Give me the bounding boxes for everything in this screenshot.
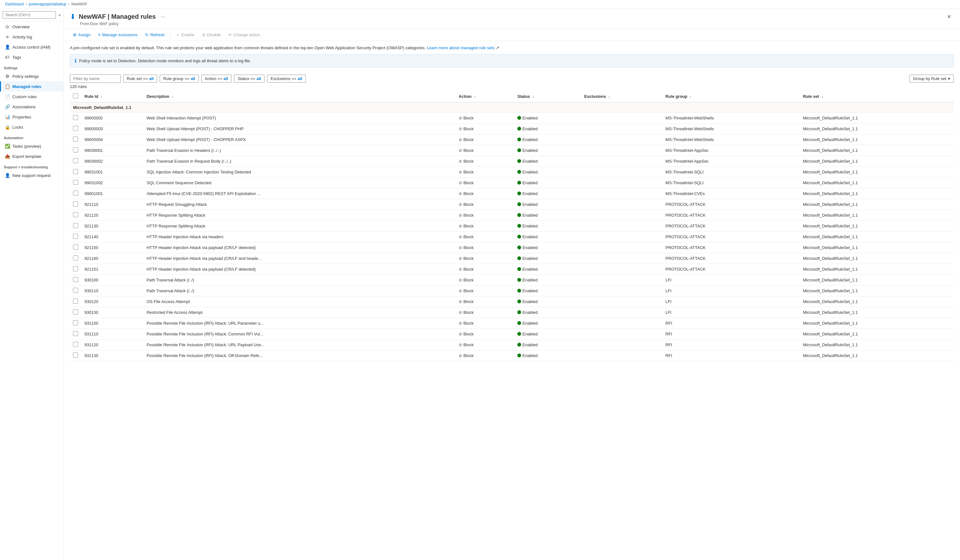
row-checkbox-cell[interactable] <box>70 177 81 188</box>
row-checkbox[interactable] <box>73 234 78 239</box>
row-checkbox[interactable] <box>73 309 78 314</box>
learn-more-link[interactable]: Learn more about managed rule sets <box>427 45 494 50</box>
row-checkbox-cell[interactable] <box>70 188 81 199</box>
exclusions-filter[interactable]: Exclusions == all <box>267 75 306 83</box>
disable-button[interactable]: ⊘ Disable <box>199 31 224 39</box>
table-row[interactable]: 921140 HTTP Header Injection Attack via … <box>70 231 954 242</box>
select-all-header[interactable] <box>70 91 81 102</box>
row-checkbox[interactable] <box>73 255 78 261</box>
row-checkbox-cell[interactable] <box>70 318 81 328</box>
row-checkbox-cell[interactable] <box>70 350 81 361</box>
table-row[interactable]: 99031001 SQL Injection Attack: Common In… <box>70 166 954 177</box>
row-checkbox[interactable] <box>73 190 78 196</box>
search-input[interactable] <box>3 11 56 19</box>
row-checkbox[interactable] <box>73 353 78 358</box>
row-checkbox[interactable] <box>73 245 78 250</box>
sidebar-item-access-control[interactable]: 👤 Access control (IAM) <box>0 42 63 52</box>
row-checkbox-cell[interactable] <box>70 285 81 296</box>
manage-exclusions-button[interactable]: ≡ Manage exclusions <box>95 31 141 39</box>
table-row[interactable]: 99030001 Path Traversal Evasion in Heade… <box>70 145 954 156</box>
row-checkbox[interactable] <box>73 288 78 293</box>
table-row[interactable]: 921160 HTTP Header Injection Attack via … <box>70 253 954 264</box>
row-checkbox-cell[interactable] <box>70 274 81 285</box>
filter-by-name-input[interactable] <box>70 74 121 83</box>
row-checkbox-cell[interactable] <box>70 296 81 307</box>
change-action-button[interactable]: ✏ Change action <box>225 31 263 39</box>
sidebar-item-tags[interactable]: 🏷 Tags <box>0 52 63 62</box>
sidebar-item-tasks[interactable]: ✅ Tasks (preview) <box>0 141 63 151</box>
row-checkbox-cell[interactable] <box>70 134 81 145</box>
rule-set-header[interactable]: Rule set ↕ <box>800 91 954 102</box>
ellipsis-button[interactable]: ··· <box>159 13 167 20</box>
table-wrapper[interactable]: Rule Id ↕ Description ↕ Action ↕ Statu <box>64 91 960 560</box>
row-checkbox[interactable] <box>73 223 78 228</box>
table-row[interactable]: 930120 OS File Access Attempt ⊘ Block En… <box>70 296 954 307</box>
row-checkbox[interactable] <box>73 137 78 142</box>
select-all-checkbox[interactable] <box>73 93 78 98</box>
breadcrumb-dashboard[interactable]: Dashboard <box>5 2 24 6</box>
row-checkbox-cell[interactable] <box>70 166 81 177</box>
status-header[interactable]: Status ↕ <box>514 91 581 102</box>
table-row[interactable]: 930100 Path Traversal Attack (/../) ⊘ Bl… <box>70 274 954 285</box>
table-row[interactable]: 99031002 SQL Comment Sequence Detected. … <box>70 177 954 188</box>
table-row[interactable]: 921150 HTTP Header Injection Attack via … <box>70 242 954 253</box>
sidebar-item-export-template[interactable]: 📤 Export template <box>0 151 63 162</box>
table-row[interactable]: 930110 Path Traversal Attack (/../) ⊘ Bl… <box>70 285 954 296</box>
enable-button[interactable]: ✓ Enable <box>173 31 197 39</box>
rule-group-header[interactable]: Rule group ↕ <box>662 91 800 102</box>
row-checkbox-cell[interactable] <box>70 199 81 210</box>
sidebar-item-policy-settings[interactable]: ⚙ Policy settings <box>0 71 63 81</box>
table-row[interactable]: 921130 HTTP Response Splitting Attack ⊘ … <box>70 221 954 231</box>
row-checkbox-cell[interactable] <box>70 112 81 123</box>
close-button[interactable]: ✕ <box>944 13 954 21</box>
row-checkbox[interactable] <box>73 126 78 131</box>
table-row[interactable]: 930130 Restricted File Access Attempt ⊘ … <box>70 307 954 318</box>
table-row[interactable]: 931130 Possible Remote File Inclusion (R… <box>70 350 954 361</box>
row-checkbox[interactable] <box>73 147 78 152</box>
table-row[interactable]: 921110 HTTP Request Smuggling Attack ⊘ B… <box>70 199 954 210</box>
row-checkbox[interactable] <box>73 342 78 347</box>
table-row[interactable]: 99005004 Web Shell Upload Attempt (POST)… <box>70 134 954 145</box>
row-checkbox-cell[interactable] <box>70 221 81 231</box>
row-checkbox-cell[interactable] <box>70 210 81 221</box>
table-row[interactable]: 931120 Possible Remote File Inclusion (R… <box>70 339 954 350</box>
description-header[interactable]: Description ↕ <box>144 91 456 102</box>
rule-id-header[interactable]: Rule Id ↕ <box>81 91 144 102</box>
sidebar-item-locks[interactable]: 🔒 Locks <box>0 122 63 132</box>
table-row[interactable]: 921120 HTTP Response Splitting Attack ⊘ … <box>70 210 954 221</box>
row-checkbox[interactable] <box>73 180 78 185</box>
row-checkbox-cell[interactable] <box>70 156 81 166</box>
sidebar-item-managed-rules[interactable]: 📋 Managed rules <box>0 81 63 91</box>
row-checkbox-cell[interactable] <box>70 123 81 134</box>
row-checkbox[interactable] <box>73 331 78 336</box>
row-checkbox[interactable] <box>73 115 78 120</box>
row-checkbox[interactable] <box>73 277 78 282</box>
table-row[interactable]: 99005003 Web Shell Upload Attempt (POST)… <box>70 123 954 134</box>
table-row[interactable]: 99005002 Web Shell Interaction Attempt (… <box>70 112 954 123</box>
row-checkbox[interactable] <box>73 212 78 217</box>
rule-set-filter[interactable]: Rule set == all <box>123 75 157 83</box>
row-checkbox[interactable] <box>73 266 78 271</box>
table-row[interactable]: 931100 Possible Remote File Inclusion (R… <box>70 318 954 328</box>
sidebar-collapse-button[interactable]: « <box>57 12 62 18</box>
exclusions-header[interactable]: Exclusions ↕ <box>581 91 662 102</box>
row-checkbox-cell[interactable] <box>70 328 81 339</box>
row-checkbox-cell[interactable] <box>70 253 81 264</box>
assign-button[interactable]: ⊞ Assign <box>70 31 94 39</box>
rule-group-filter[interactable]: Rule group == all <box>160 75 199 83</box>
row-checkbox[interactable] <box>73 320 78 325</box>
action-header[interactable]: Action ↕ <box>455 91 514 102</box>
table-row[interactable]: 921151 HTTP Header Injection Attack via … <box>70 264 954 274</box>
table-row[interactable]: 99001001 Attempted F5 tmui (CVE-2020-590… <box>70 188 954 199</box>
sidebar-item-associations[interactable]: 🔗 Associations <box>0 102 63 112</box>
group-by-button[interactable]: Group by Rule set ▾ <box>909 75 954 83</box>
row-checkbox-cell[interactable] <box>70 145 81 156</box>
row-checkbox[interactable] <box>73 169 78 174</box>
status-filter[interactable]: Status == all <box>234 75 264 83</box>
refresh-button[interactable]: ↻ Refresh <box>142 31 168 39</box>
breadcrumb-portal[interactable]: powerappsportalsetup <box>29 2 66 6</box>
sidebar-item-custom-rules[interactable]: 📄 Custom rules <box>0 91 63 102</box>
sidebar-item-activity-log[interactable]: ≡ Activity log <box>0 32 63 42</box>
row-checkbox-cell[interactable] <box>70 307 81 318</box>
row-checkbox-cell[interactable] <box>70 339 81 350</box>
